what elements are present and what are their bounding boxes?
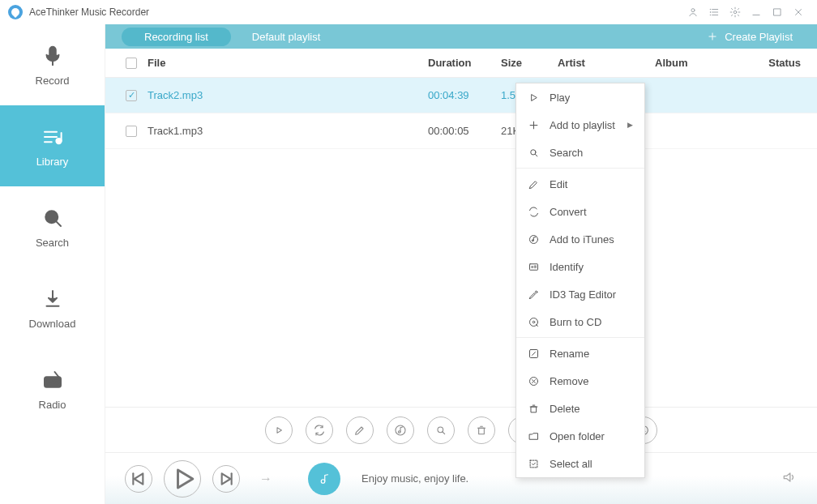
create-playlist-button[interactable]: Create Playlist: [707, 31, 817, 43]
table-row[interactable]: Track1.mp3 00:00:05 21KB: [105, 113, 817, 149]
repeat-mode-icon[interactable]: →: [259, 472, 272, 486]
search-icon: [41, 206, 65, 230]
col-artist[interactable]: Artist: [558, 57, 655, 69]
svg-line-19: [56, 221, 61, 226]
prev-button[interactable]: [125, 465, 152, 493]
tabs-bar: Recording list Default playlist Create P…: [105, 24, 817, 49]
svg-rect-56: [530, 263, 538, 270]
cell-duration: 00:00:05: [428, 125, 501, 137]
itunes-action-button[interactable]: [387, 416, 414, 444]
row-checkbox[interactable]: [126, 126, 137, 137]
convert-action-button[interactable]: [306, 416, 333, 444]
menu-add-to-playlist[interactable]: Add to playlist▶: [516, 111, 644, 139]
create-playlist-label: Create Playlist: [725, 31, 793, 43]
tab-default-playlist[interactable]: Default playlist: [252, 31, 321, 43]
minimize-button[interactable]: [746, 2, 767, 23]
menu-edit[interactable]: Edit: [516, 170, 644, 198]
app-title: AceThinker Music Recorder: [29, 6, 149, 18]
sidebar-item-search[interactable]: Search: [0, 186, 105, 267]
svg-marker-43: [135, 473, 143, 484]
cell-file: Track1.mp3: [148, 125, 428, 137]
col-file[interactable]: File: [148, 57, 428, 69]
menu-label: Burn to CD: [550, 316, 601, 328]
account-icon[interactable]: [682, 2, 704, 23]
menu-add-to-itunes[interactable]: Add to iTunes: [516, 225, 644, 253]
submenu-arrow-icon: ▶: [627, 121, 633, 129]
svg-point-60: [535, 291, 537, 293]
list-icon[interactable]: [704, 2, 725, 23]
svg-point-0: [691, 9, 695, 12]
svg-line-53: [535, 154, 537, 156]
edit-action-button[interactable]: [346, 416, 374, 444]
svg-marker-49: [532, 94, 537, 100]
player-bar: → Enjoy music, enjoy life.: [105, 452, 817, 504]
menu-label: Play: [550, 92, 570, 104]
col-size[interactable]: Size: [501, 57, 558, 69]
menu-label: Open folder: [550, 430, 605, 442]
svg-point-62: [533, 321, 535, 323]
svg-point-57: [532, 266, 533, 267]
menu-label: Edit: [550, 178, 567, 190]
col-status[interactable]: Status: [752, 57, 801, 69]
settings-icon[interactable]: [725, 2, 746, 23]
main-panel: Recording list Default playlist Create P…: [105, 24, 817, 504]
titlebar: AceThinker Music Recorder: [0, 0, 817, 24]
radio-icon: [41, 368, 65, 392]
table-row[interactable]: Track2.mp3 00:04:39 1.51MB: [105, 78, 817, 113]
menu-label: Select all: [550, 458, 592, 470]
svg-rect-9: [774, 9, 781, 15]
play-action-button[interactable]: [265, 416, 293, 444]
menu-label: Search: [550, 147, 583, 159]
tab-recording-list[interactable]: Recording list: [122, 28, 231, 46]
svg-marker-46: [222, 473, 231, 484]
menu-label: ID3 Tag Editor: [550, 288, 616, 301]
menu-search[interactable]: Search: [516, 139, 644, 166]
col-duration[interactable]: Duration: [428, 57, 501, 69]
svg-marker-45: [178, 470, 193, 488]
menu-rename[interactable]: Rename: [516, 340, 644, 367]
menu-play[interactable]: Play: [516, 83, 644, 111]
menu-select-all[interactable]: Select all: [516, 450, 644, 477]
menu-id3-tag-editor[interactable]: ID3 Tag Editor: [516, 280, 644, 308]
sidebar-item-label: Download: [29, 318, 76, 330]
menu-delete[interactable]: Delete: [516, 395, 644, 422]
menu-convert[interactable]: Convert: [516, 198, 644, 225]
close-button[interactable]: [788, 2, 809, 23]
sidebar-item-label: Record: [36, 75, 70, 87]
action-toolbar: [105, 407, 817, 452]
track-list: Track2.mp3 00:04:39 1.51MB Track1.mp3 00…: [105, 78, 817, 407]
svg-rect-33: [479, 428, 485, 434]
svg-point-4: [710, 9, 711, 10]
sidebar-item-library[interactable]: Library: [0, 105, 105, 186]
library-icon: [41, 125, 65, 149]
col-album[interactable]: Album: [655, 57, 752, 69]
menu-open-folder[interactable]: Open folder: [516, 422, 644, 450]
svg-point-48: [321, 479, 325, 483]
volume-icon[interactable]: [781, 469, 798, 489]
album-art-icon: [308, 463, 340, 495]
context-menu: Play Add to playlist▶ Search Edit Conver…: [515, 83, 645, 478]
svg-rect-68: [531, 407, 536, 412]
plus-icon: [707, 31, 718, 42]
sidebar-item-download[interactable]: Download: [0, 267, 105, 348]
table-header: File Duration Size Artist Album Status: [105, 49, 817, 78]
menu-label: Convert: [550, 206, 587, 218]
row-checkbox[interactable]: [126, 90, 137, 101]
sidebar: Record Library Search Download Radio: [0, 24, 105, 504]
menu-identify[interactable]: Identify: [516, 253, 644, 280]
sidebar-item-record[interactable]: Record: [0, 24, 105, 105]
play-button[interactable]: [164, 460, 201, 498]
next-button[interactable]: [212, 465, 240, 493]
svg-marker-28: [277, 427, 281, 433]
app-logo-icon: [8, 5, 23, 19]
menu-label: Identify: [550, 261, 584, 273]
menu-remove[interactable]: Remove: [516, 367, 644, 395]
sidebar-item-label: Radio: [39, 399, 66, 411]
sidebar-item-radio[interactable]: Radio: [0, 348, 105, 429]
delete-action-button[interactable]: [468, 416, 495, 444]
select-all-checkbox[interactable]: [126, 58, 137, 69]
cell-duration: 00:04:39: [428, 89, 501, 101]
maximize-button[interactable]: [767, 2, 788, 23]
search-action-button[interactable]: [427, 416, 455, 444]
menu-burn-to-cd[interactable]: Burn to CD: [516, 308, 644, 335]
